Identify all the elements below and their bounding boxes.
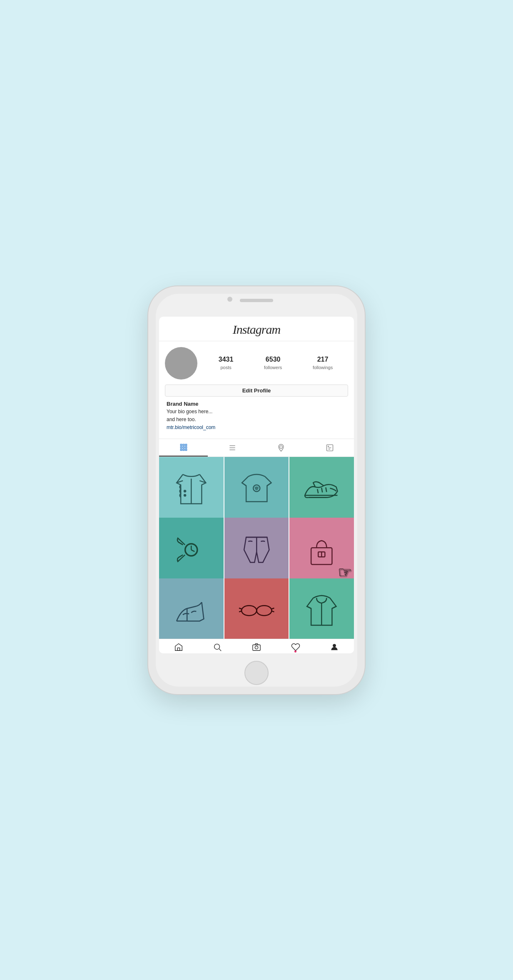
svg-rect-3 [180, 447, 182, 448]
svg-point-12 [279, 446, 282, 449]
followers-label: followers [264, 365, 282, 370]
grid-item-bag[interactable]: ☞ [289, 518, 354, 582]
svg-rect-4 [183, 447, 184, 448]
svg-point-39 [214, 644, 220, 649]
svg-rect-0 [180, 444, 182, 446]
profile-row: 3431 posts 6530 followers 217 followings [165, 347, 348, 380]
svg-rect-6 [180, 449, 182, 450]
nav-camera[interactable] [237, 643, 276, 652]
grid-item-tshirt[interactable] [224, 457, 289, 521]
tab-grid[interactable] [159, 439, 208, 457]
stat-posts: 3431 posts [219, 356, 234, 371]
stat-following: 217 followings [313, 356, 333, 371]
svg-rect-2 [185, 444, 187, 446]
phone-camera [227, 297, 232, 302]
svg-point-42 [255, 646, 258, 649]
tab-location[interactable] [256, 439, 305, 457]
tab-tagged[interactable] [305, 439, 354, 457]
tab-list[interactable] [208, 439, 256, 457]
grid-item-heels[interactable] [159, 578, 224, 638]
bio-section: Brand Name Your bio goes here... and her… [165, 401, 348, 431]
followers-count: 6530 [264, 356, 282, 363]
svg-rect-1 [183, 444, 184, 446]
profile-section: 3431 posts 6530 followers 217 followings [159, 341, 354, 435]
svg-line-40 [219, 649, 222, 651]
bottom-navigation [159, 639, 354, 653]
nav-home[interactable] [159, 643, 198, 652]
activity-notification-dot [294, 650, 296, 653]
svg-line-21 [322, 488, 323, 492]
svg-rect-5 [185, 447, 187, 448]
phone-frame: Instagram 3431 posts 6530 followers [148, 286, 365, 694]
svg-line-35 [239, 608, 242, 609]
photo-grid: ☞ [159, 457, 354, 638]
svg-line-36 [271, 608, 274, 609]
svg-rect-7 [183, 449, 184, 450]
app-header: Instagram [159, 317, 354, 341]
nav-search[interactable] [198, 643, 237, 652]
grid-item-sneaker[interactable] [289, 457, 354, 521]
svg-rect-38 [177, 648, 180, 650]
svg-line-26 [191, 550, 194, 552]
svg-point-32 [242, 606, 256, 616]
svg-rect-8 [185, 449, 187, 450]
grid-item-jacket[interactable] [159, 457, 224, 521]
following-count: 217 [313, 356, 333, 363]
brand-name: Brand Name [167, 401, 346, 407]
view-tabs [159, 439, 354, 457]
bio-link[interactable]: mtr.bio/metricool_com [167, 424, 346, 430]
svg-point-16 [184, 490, 186, 492]
stat-followers: 6530 followers [264, 356, 282, 371]
posts-label: posts [220, 365, 231, 370]
following-label: followings [313, 365, 333, 370]
posts-count: 3431 [219, 356, 234, 363]
phone-inner: Instagram 3431 posts 6530 followers [156, 294, 357, 687]
nav-profile[interactable] [315, 643, 354, 652]
bio-text-line1: Your bio goes here... [167, 408, 346, 415]
bio-text-line2: and here too. [167, 416, 346, 423]
grid-item-hoodie[interactable] [289, 578, 354, 638]
svg-line-22 [326, 487, 327, 492]
edit-profile-button[interactable]: Edit Profile [165, 385, 348, 397]
svg-point-43 [333, 644, 336, 647]
cursor-hand-icon: ☞ [338, 564, 352, 580]
home-button[interactable] [244, 661, 269, 685]
svg-point-14 [328, 446, 329, 447]
grid-item-pants[interactable] [224, 518, 289, 582]
svg-point-17 [184, 494, 186, 496]
phone-speaker [240, 299, 273, 302]
nav-activity[interactable] [276, 643, 315, 652]
app-logo: Instagram [166, 323, 347, 337]
phone-screen: Instagram 3431 posts 6530 followers [159, 317, 354, 653]
svg-point-33 [256, 606, 271, 616]
profile-stats: 3431 posts 6530 followers 217 followings [203, 356, 348, 371]
grid-item-glasses[interactable] [224, 578, 289, 638]
avatar [165, 347, 197, 380]
svg-line-20 [318, 489, 319, 493]
grid-item-watch[interactable] [159, 518, 224, 582]
